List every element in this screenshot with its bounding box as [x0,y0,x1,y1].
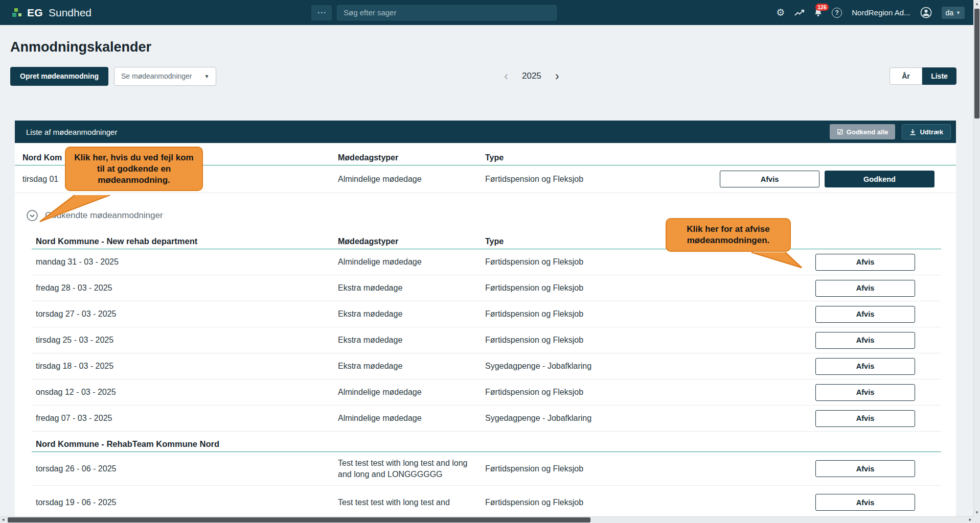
approved-section-toggle-row: Godkendte mødeanmodninger [26,208,956,223]
checkbox-icon: ☑ [837,128,843,136]
panel-header: Liste af mødeanmodninger ☑ Godkend alle … [15,121,956,143]
table-row: fredag 07 - 03 - 2025 Almindelige mødeda… [32,406,941,432]
eg-logo-icon [12,8,22,18]
download-icon [909,129,916,135]
row-date: mandag 31 - 03 - 2025 [36,257,338,267]
callout-tail [36,195,115,224]
notifications-bell-icon[interactable]: 126 [814,8,822,17]
view-toggle: År Liste [890,67,956,85]
row-date: onsdag 12 - 03 - 2025 [36,388,338,397]
row-case-type: Førtidspension og Fleksjob [485,175,720,184]
dropdown-label: Se mødeanmodninger [121,72,192,80]
toolbar: Opret mødeanmodning Se mødeanmodninger ▼… [0,66,980,86]
row-case-type: Førtidspension og Fleksjob [485,310,668,319]
group-name: Nord Kommune - New rehab department [36,236,338,246]
callout-reject-hint: Klik her for at afvise mødeanmodningen. [666,218,791,252]
vertical-scrollbar[interactable]: ▲ ▼ [973,0,980,523]
language-code: da [946,9,954,17]
column-header-type: Type [485,153,720,162]
row-meeting-day-type: Almindelige mødedage [338,257,485,267]
vertical-scrollbar-thumb[interactable] [974,9,979,118]
horizontal-scrollbar-thumb[interactable] [8,517,590,522]
row-case-type: Førtidspension og Fleksjob [485,464,668,473]
brand: EG Sundhed [12,7,92,19]
year-navigation: ‹ 2025 › [502,66,561,86]
group-header: Nord Kommune - New rehab department Møde… [32,229,941,249]
next-year-button[interactable]: › [553,70,561,82]
scroll-down-arrow[interactable]: ▼ [974,510,980,515]
table-row: tirsdag 25 - 03 - 2025 Ekstra mødedage F… [32,327,941,353]
panel-title: Liste af mødeanmodninger [26,128,117,136]
user-avatar-icon[interactable] [920,7,932,18]
reject-button[interactable]: Afvis [815,358,915,375]
toggle-year-view-button[interactable]: År [890,67,922,85]
reject-button[interactable]: Afvis [815,306,915,323]
topbar-center: ⋯ [311,5,557,20]
column-header-meeting-day-types: Mødedagstyper [338,237,485,246]
export-button[interactable]: Udtræk [902,124,951,139]
user-account-label[interactable]: NordRegion Ad... [852,8,910,17]
callout-approve-mistake: Klik her, hvis du ved fejl kom til at go… [65,147,203,191]
approve-button[interactable]: Godkend [825,171,935,187]
row-date: torsdag 19 - 06 - 2025 [36,498,338,507]
reject-button[interactable]: Afvis [815,460,915,477]
row-meeting-day-type: Almindelige mødedage [338,388,485,397]
reject-button[interactable]: Afvis [815,410,915,427]
row-meeting-day-type: Test test test with long test and long a… [338,454,485,484]
chevron-down-icon: ▼ [204,74,210,79]
table-row: onsdag 12 - 03 - 2025 Almindelige mødeda… [32,379,941,406]
column-header-meeting-day-types: Mødedagstyper [338,153,485,162]
brand-name-bold: EG [27,7,43,19]
group-header: Nord Kommune - RehabTeam Kommune Nord [32,432,941,452]
row-meeting-day-type: Ekstra mødedage [338,283,485,293]
row-date: torsdag 27 - 03 - 2025 [36,310,338,319]
scroll-up-arrow[interactable]: ▲ [974,2,980,6]
scroll-right-arrow[interactable]: ► [968,517,972,522]
settings-gear-icon[interactable]: ⚙ [776,8,785,17]
reject-button[interactable]: Afvis [815,332,915,349]
notification-count-badge: 126 [815,4,829,11]
row-date: fredag 07 - 03 - 2025 [36,414,338,423]
search-input[interactable] [337,5,557,20]
topbar-right: ⚙ 126 ? NordRegion Ad... da ▼ [776,7,965,19]
column-header-type: Type [485,237,668,246]
scrollbar-corner [973,516,980,523]
reject-button[interactable]: Afvis [720,171,819,187]
row-date: fredag 28 - 03 - 2025 [36,283,338,293]
language-selector[interactable]: da ▼ [942,7,965,19]
row-case-type: Førtidspension og Fleksjob [485,336,668,345]
table-row: fredag 28 - 03 - 2025 Ekstra mødedage Fø… [32,275,941,301]
reject-button[interactable]: Afvis [815,254,915,271]
reject-button[interactable]: Afvis [815,384,915,401]
approve-all-button[interactable]: ☑ Godkend alle [830,124,895,139]
brand-name-product: Sundhed [49,7,92,19]
horizontal-scrollbar[interactable]: ◄ ► [0,516,973,523]
group-name: Nord Kommune - RehabTeam Kommune Nord [36,439,338,449]
row-meeting-day-type: Almindelige mødedage [338,414,485,423]
row-case-type: Førtidspension og Fleksjob [485,498,668,507]
reject-button[interactable]: Afvis [815,280,915,297]
page-head: Anmodningskalender [0,25,980,55]
row-meeting-day-type: Test test test with long test and [338,493,485,512]
chevron-down-icon: ▼ [956,10,961,15]
row-case-type: Sygedagpenge - Jobafklaring [485,362,668,371]
create-meeting-request-button[interactable]: Opret mødeanmodning [10,67,108,86]
approved-requests-table: Nord Kommune - New rehab department Møde… [32,229,941,519]
help-icon[interactable]: ? [832,8,842,18]
row-meeting-day-type: Ekstra mødedage [338,362,485,371]
current-year-label: 2025 [522,71,541,81]
toggle-list-view-button[interactable]: Liste [922,67,956,85]
row-meeting-day-type: Ekstra mødedage [338,336,485,345]
row-case-type: Førtidspension og Fleksjob [485,283,668,293]
panel-actions: ☑ Godkend alle Udtræk [830,124,951,139]
view-meeting-requests-dropdown[interactable]: Se mødeanmodninger ▼ [114,67,216,86]
row-case-type: Sygedagpenge - Jobafklaring [485,414,668,423]
table-row: torsdag 27 - 03 - 2025 Ekstra mødedage F… [32,301,941,327]
previous-year-button[interactable]: ‹ [502,70,510,82]
overflow-menu-button[interactable]: ⋯ [311,5,332,20]
scroll-left-arrow[interactable]: ◄ [1,517,5,522]
trending-chart-icon[interactable] [794,9,805,16]
reject-button[interactable]: Afvis [815,494,915,511]
table-row: torsdag 19 - 06 - 2025 Test test test wi… [32,486,941,519]
table-row: torsdag 26 - 06 - 2025 Test test test wi… [32,452,941,486]
